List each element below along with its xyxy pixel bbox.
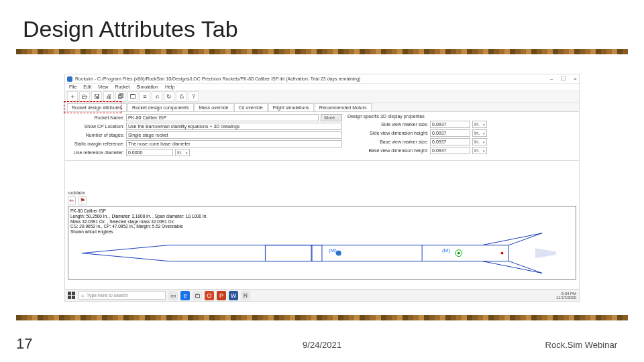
display-props-header: Design specific 3D display properties: [347, 114, 576, 119]
side-dim-input[interactable]: 0.0937: [430, 129, 470, 137]
outlook-icon[interactable]: O: [205, 291, 214, 300]
minimize-button[interactable]: –: [550, 76, 553, 82]
base-dim-label: Base view dimension height:: [347, 148, 428, 153]
ref-diam-label: Use reference diameter:: [68, 150, 124, 155]
toolbar-print-icon[interactable]: 🖨: [103, 91, 114, 102]
rocksim-icon[interactable]: R: [241, 291, 250, 300]
menu-view[interactable]: View: [98, 84, 108, 89]
page-number: 17: [16, 335, 32, 353]
svg-rect-1: [311, 245, 322, 261]
menu-simulation[interactable]: Simulation: [136, 84, 158, 89]
svg-point-7: [500, 252, 503, 255]
divider-bottom: [16, 315, 628, 320]
cp-location-select[interactable]: Use the Barrowman stability equations + …: [126, 123, 342, 130]
start-button-icon[interactable]: [68, 292, 76, 300]
base-marker-label: Base view marker size:: [347, 139, 428, 144]
form-area: Rocket Name: PK-80 Caliber ISP More... S…: [65, 112, 579, 161]
toolbar-redo-icon[interactable]: ↻: [164, 91, 174, 102]
side-marker-unit[interactable]: In.: [472, 121, 487, 128]
margin-ref-select[interactable]: The nose cone base diameter: [126, 140, 342, 147]
taskbar-date: 11/17/2020: [556, 296, 576, 300]
taskbar-search[interactable]: ⌕ Type here to search: [78, 291, 166, 300]
cp-marker-label: (M): [442, 247, 450, 253]
stages-label: Number of stages:: [68, 133, 124, 137]
tab-flight-simulations[interactable]: Flight simulations: [268, 103, 314, 111]
base-marker-input[interactable]: 0.0937: [430, 138, 470, 145]
schematic-panel: PK-80 Caliber ISP Length: 50.2500 In. , …: [68, 206, 576, 280]
taskbar: ⌕ Type here to search ▭ e 🗀 O P W R 8:34…: [65, 289, 579, 301]
footer-date: 9/24/2021: [303, 340, 341, 350]
base-dim-input[interactable]: 0.0937: [430, 147, 470, 154]
svg-point-4: [336, 251, 341, 256]
toolbar-help-icon[interactable]: ？: [188, 91, 199, 102]
svg-marker-3: [535, 249, 555, 258]
app-logo-icon: [67, 76, 72, 82]
cg-marker-label: (M): [329, 247, 337, 253]
tool-flag-icon[interactable]: ⚑: [78, 196, 87, 204]
side-marker-input[interactable]: 0.0937: [430, 121, 470, 128]
ref-diam-unit[interactable]: In.: [175, 149, 190, 156]
side-marker-label: Side view marker size:: [347, 122, 428, 127]
slide-title: Design Attributes Tab: [0, 0, 644, 49]
powerpoint-icon[interactable]: P: [217, 291, 226, 300]
more-button[interactable]: More...: [321, 114, 342, 121]
toolbar-new-icon[interactable]: ＋: [67, 91, 78, 102]
edge-icon[interactable]: e: [180, 291, 190, 300]
menu-file[interactable]: File: [69, 84, 76, 89]
rocket-name-input[interactable]: PK-80 Caliber ISP: [126, 114, 319, 121]
taskbar-clock[interactable]: 8:34 PM 11/17/2020: [556, 292, 576, 300]
app-window: Rocksim - C:/Program Files (x86)/RockSim…: [64, 74, 580, 302]
svg-rect-0: [265, 245, 312, 261]
menu-rocket[interactable]: Rocket: [115, 84, 129, 89]
ref-diam-input[interactable]: 0.0000: [126, 149, 173, 156]
menu-help[interactable]: Help: [165, 84, 174, 89]
side-dim-unit[interactable]: In.: [472, 129, 487, 137]
toolbar-list-icon[interactable]: ≡: [140, 91, 150, 102]
side-dim-label: Side view dimension height:: [347, 131, 428, 135]
close-button[interactable]: ×: [574, 76, 577, 82]
toolbar-undo-icon[interactable]: ⎌: [152, 91, 162, 102]
base-marker-unit[interactable]: In.: [472, 138, 487, 145]
menubar: File Edit View Rocket Simulation Help: [65, 84, 579, 90]
task-view-icon[interactable]: ▭: [168, 291, 178, 300]
footer-right: Rock.Sim Webinar: [545, 340, 617, 350]
tool-back-icon[interactable]: ⇐: [68, 196, 76, 204]
tab-cd-override[interactable]: Cd override: [234, 103, 268, 111]
cp-location-label: Show CP Location:: [68, 124, 124, 129]
toolbar-open-icon[interactable]: 🗁: [79, 91, 90, 102]
tab-mass-override[interactable]: Mass override: [195, 103, 233, 111]
rocket-drawing: (M) (M): [68, 206, 576, 280]
toolbar-paste-icon[interactable]: 🗔: [127, 91, 138, 102]
slide-footer: 17 9/24/2021 Rock.Sim Webinar: [0, 340, 644, 350]
svg-point-6: [458, 252, 460, 255]
tabs: Rocket design attributes Rocket design c…: [65, 103, 579, 112]
titlebar: Rocksim - C:/Program Files (x86)/RockSim…: [65, 74, 579, 84]
schematic-toolbar: ⇐ ⚑: [65, 196, 579, 206]
toolbar-save-icon[interactable]: 🖫: [91, 91, 102, 102]
base-dim-unit[interactable]: In.: [472, 147, 487, 154]
tab-design-components[interactable]: Rocket design components: [127, 103, 193, 111]
word-icon[interactable]: W: [229, 291, 238, 300]
toolbar-copy-icon[interactable]: 🗐: [115, 91, 126, 102]
window-title: Rocksim - C:/Program Files (x86)/RockSim…: [75, 76, 360, 81]
tab-design-attributes[interactable]: Rocket design attributes: [67, 103, 127, 111]
maximize-button[interactable]: ☐: [561, 76, 566, 82]
divider-top: [16, 49, 628, 54]
margin-ref-label: Static margin reference:: [68, 141, 124, 146]
stages-select[interactable]: Single stage rocket: [126, 131, 342, 139]
menu-edit[interactable]: Edit: [83, 84, 91, 89]
search-icon: ⌕: [81, 292, 85, 298]
search-placeholder: Type here to search: [87, 293, 128, 298]
rocket-name-label: Rocket Name:: [68, 115, 124, 120]
rocklaim-label: rocklaim: [65, 188, 579, 196]
tab-recommended-motors[interactable]: Recommended Motors: [315, 103, 372, 111]
toolbar: ＋ 🗁 🖫 🖨 🗐 🗔 ≡ ⎌ ↻ ⎙ ？: [65, 90, 579, 103]
explorer-icon[interactable]: 🗀: [193, 291, 202, 300]
toolbar-rocket-icon[interactable]: ⎙: [176, 91, 186, 102]
